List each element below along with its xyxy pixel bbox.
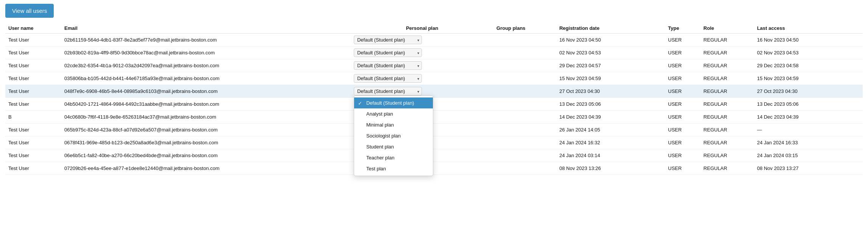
cell-type: USER bbox=[665, 149, 701, 162]
plan-select-wrapper[interactable]: Default (Student plan)▾ bbox=[354, 61, 422, 70]
cell-last-access: 02 Nov 2023 04:53 bbox=[754, 46, 863, 59]
cell-username: Test User bbox=[5, 162, 61, 175]
cell-email: 02b93b02-819a-4ff9-8f50-9d30bbce78ac@mai… bbox=[61, 46, 351, 59]
col-header-group-plans: Group plans bbox=[493, 23, 556, 34]
cell-email: 0678f431-969e-485d-b123-de250a8ad6e3@mai… bbox=[61, 136, 351, 149]
view-all-users-button[interactable]: View all users bbox=[5, 4, 54, 18]
dropdown-item[interactable]: Analyst plan bbox=[354, 108, 433, 119]
plan-dropdown-menu: ✓Default (Student plan)Analyst planMinim… bbox=[354, 96, 433, 176]
plan-select[interactable]: Default (Student plan) bbox=[354, 48, 422, 57]
cell-group-plans bbox=[493, 98, 556, 111]
col-header-type: Type bbox=[665, 23, 701, 34]
plan-select[interactable]: Default (Student plan) bbox=[354, 36, 422, 44]
cell-last-access: 29 Dec 2023 04:58 bbox=[754, 59, 863, 72]
cell-personal-plan[interactable]: Default (Student plan)▾ bbox=[351, 34, 493, 46]
dropdown-item[interactable]: Student plan bbox=[354, 141, 433, 152]
cell-email: 07209b26-ee4a-45ee-a877-e1dee8e12440@mai… bbox=[61, 162, 351, 175]
cell-registration-date: 02 Nov 2023 04:53 bbox=[556, 46, 665, 59]
col-header-email: Email bbox=[61, 23, 351, 34]
cell-role: REGULAR bbox=[700, 34, 754, 46]
cell-username: Test User bbox=[5, 136, 61, 149]
cell-email: 035806ba-b105-442d-b441-44e67185a93e@mai… bbox=[61, 72, 351, 85]
cell-group-plans bbox=[493, 162, 556, 175]
dropdown-item-label: Teacher plan bbox=[366, 155, 394, 161]
cell-type: USER bbox=[665, 162, 701, 175]
cell-email: 02cde3b2-6354-4b1a-9012-03a2d42097ea@mai… bbox=[61, 59, 351, 72]
cell-last-access: 08 Nov 2023 13:27 bbox=[754, 162, 863, 175]
cell-registration-date: 16 Nov 2023 04:50 bbox=[556, 34, 665, 46]
cell-registration-date: 24 Jan 2024 16:32 bbox=[556, 136, 665, 149]
cell-group-plans bbox=[493, 34, 556, 46]
dropdown-item[interactable]: Minimal plan bbox=[354, 119, 433, 130]
col-header-username: User name bbox=[5, 23, 61, 34]
cell-last-access: 27 Oct 2023 04:30 bbox=[754, 85, 863, 98]
cell-last-access: 13 Dec 2023 05:06 bbox=[754, 98, 863, 111]
plan-select-wrapper[interactable]: Default (Student plan)▾ bbox=[354, 36, 422, 44]
cell-email: 02b61159-564d-4db1-83f7-8e2ad5ef77e9@mai… bbox=[61, 34, 351, 46]
cell-type: USER bbox=[665, 136, 701, 149]
cell-role: REGULAR bbox=[700, 72, 754, 85]
table-row: Test User035806ba-b105-442d-b441-44e6718… bbox=[5, 72, 863, 85]
plan-select-wrapper[interactable]: Default (Student plan)▾ bbox=[354, 48, 422, 57]
cell-type: USER bbox=[665, 85, 701, 98]
plan-select-wrapper[interactable]: Default (Student plan)▾✓Default (Student… bbox=[354, 87, 422, 96]
cell-registration-date: 26 Jan 2024 14:05 bbox=[556, 124, 665, 136]
cell-role: REGULAR bbox=[700, 124, 754, 136]
cell-email: 04c0680b-7f6f-4118-9e8e-65263184ac37@mai… bbox=[61, 111, 351, 124]
cell-username: Test User bbox=[5, 85, 61, 98]
cell-type: USER bbox=[665, 111, 701, 124]
table-row: Test User02b61159-564d-4db1-83f7-8e2ad5e… bbox=[5, 34, 863, 46]
page-container: View all users User name Email Personal … bbox=[0, 0, 868, 182]
cell-username: Test User bbox=[5, 72, 61, 85]
plan-select-wrapper[interactable]: Default (Student plan)▾ bbox=[354, 74, 422, 83]
cell-email: 04b50420-1721-4864-9984-6492c31aabbe@mai… bbox=[61, 98, 351, 111]
cell-last-access: 15 Nov 2023 04:59 bbox=[754, 72, 863, 85]
cell-registration-date: 24 Jan 2024 03:14 bbox=[556, 149, 665, 162]
cell-group-plans bbox=[493, 85, 556, 98]
table-row: Test User02cde3b2-6354-4b1a-9012-03a2d42… bbox=[5, 59, 863, 72]
plan-select[interactable]: Default (Student plan) bbox=[354, 61, 422, 70]
cell-username: B bbox=[5, 111, 61, 124]
cell-email: 048f7e9c-6908-46b5-8e44-08985a9c6103@mai… bbox=[61, 85, 351, 98]
cell-role: REGULAR bbox=[700, 46, 754, 59]
cell-email: 065b975c-824d-423a-88cf-a07d92e6a507@mai… bbox=[61, 124, 351, 136]
table-row: Test User04b50420-1721-4864-9984-6492c31… bbox=[5, 98, 863, 111]
table-row: Test User0678f431-969e-485d-b123-de250a8… bbox=[5, 136, 863, 149]
cell-username: Test User bbox=[5, 149, 61, 162]
dropdown-item-label: Analyst plan bbox=[366, 111, 393, 117]
cell-personal-plan[interactable]: Default (Student plan)▾ bbox=[351, 72, 493, 85]
cell-personal-plan[interactable]: Default (Student plan)▾ bbox=[351, 59, 493, 72]
check-icon: ✓ bbox=[358, 100, 362, 106]
cell-registration-date: 13 Dec 2023 05:06 bbox=[556, 98, 665, 111]
cell-last-access: 16 Nov 2023 04:50 bbox=[754, 34, 863, 46]
cell-role: REGULAR bbox=[700, 98, 754, 111]
cell-type: USER bbox=[665, 59, 701, 72]
cell-personal-plan[interactable]: Default (Student plan)▾✓Default (Student… bbox=[351, 85, 493, 98]
cell-role: REGULAR bbox=[700, 111, 754, 124]
cell-email: 06e6b5c1-fa82-40be-a270-66c20bed4bde@mai… bbox=[61, 149, 351, 162]
table-row: Test User07209b26-ee4a-45ee-a877-e1dee8e… bbox=[5, 162, 863, 175]
cell-registration-date: 27 Oct 2023 04:30 bbox=[556, 85, 665, 98]
dropdown-item-label: Test plan bbox=[366, 166, 386, 171]
cell-type: USER bbox=[665, 34, 701, 46]
cell-role: REGULAR bbox=[700, 149, 754, 162]
cell-last-access: — bbox=[754, 124, 863, 136]
cell-username: Test User bbox=[5, 46, 61, 59]
plan-select[interactable]: Default (Student plan) bbox=[354, 87, 422, 96]
dropdown-item[interactable]: Sociologist plan bbox=[354, 130, 433, 141]
dropdown-item-label: Sociologist plan bbox=[366, 133, 401, 139]
dropdown-item[interactable]: Test plan bbox=[354, 163, 433, 174]
plan-select[interactable]: Default (Student plan) bbox=[354, 74, 422, 83]
cell-personal-plan[interactable]: Default (Student plan)▾ bbox=[351, 46, 493, 59]
dropdown-item[interactable]: Teacher plan bbox=[354, 152, 433, 163]
cell-role: REGULAR bbox=[700, 85, 754, 98]
cell-last-access: 24 Jan 2024 03:15 bbox=[754, 149, 863, 162]
cell-registration-date: 15 Nov 2023 04:59 bbox=[556, 72, 665, 85]
cell-username: Test User bbox=[5, 124, 61, 136]
cell-group-plans bbox=[493, 46, 556, 59]
table-row: B04c0680b-7f6f-4118-9e8e-65263184ac37@ma… bbox=[5, 111, 863, 124]
cell-username: Test User bbox=[5, 98, 61, 111]
cell-group-plans bbox=[493, 59, 556, 72]
table-row: Test User02b93b02-819a-4ff9-8f50-9d30bbc… bbox=[5, 46, 863, 59]
dropdown-item[interactable]: ✓Default (Student plan) bbox=[354, 97, 433, 108]
